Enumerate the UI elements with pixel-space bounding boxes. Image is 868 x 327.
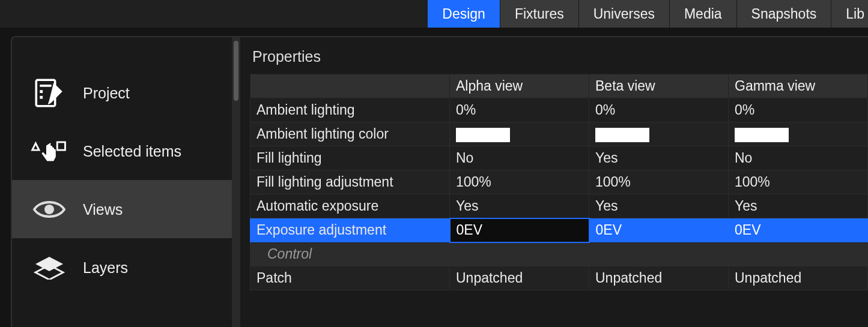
content-area: Properties Alpha viewBeta viewGamma view… <box>240 37 868 327</box>
svg-rect-3 <box>40 96 43 99</box>
color-swatch[interactable] <box>735 128 789 142</box>
sidebar-item-layers[interactable]: Layers <box>12 238 232 296</box>
property-cell[interactable] <box>450 122 589 146</box>
property-cell[interactable]: 0EV <box>589 218 729 242</box>
property-cell[interactable]: Yes <box>729 194 868 218</box>
property-cell[interactable]: No <box>450 146 589 170</box>
property-label: Fill lighting adjustment <box>250 170 450 194</box>
section-title: Properties <box>250 44 868 74</box>
sidebar-wrap: ProjectSelected itemsViewsLayers <box>12 37 240 327</box>
group-label: Control <box>250 242 868 266</box>
property-cell[interactable]: 100% <box>450 170 589 194</box>
tab-bar: DesignFixturesUniversesMediaSnapshotsLib <box>0 0 868 28</box>
property-label: Exposure adjustment <box>250 218 450 242</box>
property-cell[interactable]: 0EV <box>450 218 589 242</box>
scrollbar-thumb[interactable] <box>234 41 238 101</box>
properties-table: Alpha viewBeta viewGamma view Ambient li… <box>250 74 868 290</box>
tab-design[interactable]: Design <box>428 0 500 28</box>
table-header-row: Alpha viewBeta viewGamma view <box>250 74 868 98</box>
svg-rect-2 <box>40 90 43 93</box>
property-cell[interactable]: Unpatched <box>450 266 589 290</box>
sidebar-item-views[interactable]: Views <box>12 180 232 238</box>
col-alpha-view[interactable]: Alpha view <box>450 74 589 98</box>
property-label: Ambient lighting <box>250 98 450 122</box>
project-icon <box>29 74 70 112</box>
sidebar-item-project[interactable]: Project <box>12 61 232 122</box>
main-panel: ProjectSelected itemsViewsLayers Propert… <box>11 36 868 327</box>
selected-items-icon <box>29 132 70 170</box>
tab-lib[interactable]: Lib <box>831 0 868 28</box>
svg-point-6 <box>44 205 54 214</box>
property-cell[interactable]: 100% <box>589 170 729 194</box>
property-cell[interactable]: Unpatched <box>729 266 868 290</box>
layers-icon <box>29 248 70 287</box>
property-cell[interactable]: Unpatched <box>589 266 729 290</box>
col-property[interactable] <box>250 74 450 98</box>
tab-media[interactable]: Media <box>670 0 737 28</box>
sidebar-item-label: Layers <box>83 259 128 277</box>
color-swatch[interactable] <box>595 128 649 142</box>
table-row[interactable]: Automatic exposureYesYesYes <box>250 194 868 218</box>
svg-marker-7 <box>35 257 63 271</box>
table-row[interactable]: Ambient lighting0%0%0% <box>250 98 868 122</box>
sidebar-scrollbar[interactable] <box>232 37 240 327</box>
property-cell[interactable] <box>729 122 868 146</box>
svg-rect-5 <box>57 142 65 150</box>
color-swatch[interactable] <box>456 128 510 142</box>
property-cell[interactable]: 0% <box>450 98 589 122</box>
property-cell[interactable]: Yes <box>450 194 589 218</box>
property-label: Ambient lighting color <box>250 122 450 146</box>
property-label: Fill lighting <box>250 146 450 170</box>
table-row[interactable]: PatchUnpatchedUnpatchedUnpatched <box>250 266 868 290</box>
property-cell[interactable]: 0% <box>729 98 868 122</box>
tab-fixtures[interactable]: Fixtures <box>500 0 579 28</box>
property-cell[interactable]: 100% <box>729 170 868 194</box>
app-root: DesignFixturesUniversesMediaSnapshotsLib… <box>0 0 868 327</box>
property-label: Patch <box>250 266 450 290</box>
property-cell[interactable]: Yes <box>589 194 729 218</box>
table-group-row: Control <box>250 242 868 266</box>
col-beta-view[interactable]: Beta view <box>589 74 729 98</box>
property-cell[interactable]: 0% <box>589 98 729 122</box>
property-cell[interactable]: 0EV <box>729 218 868 242</box>
sidebar-item-label: Views <box>83 201 123 218</box>
sidebar-item-label: Project <box>83 85 130 102</box>
property-label: Automatic exposure <box>250 194 450 218</box>
sidebar-item-selected-items[interactable]: Selected items <box>12 122 232 180</box>
property-cell[interactable] <box>589 122 729 146</box>
views-eye-icon <box>29 190 70 229</box>
table-row[interactable]: Fill lighting adjustment100%100%100% <box>250 170 868 194</box>
tab-universes[interactable]: Universes <box>579 0 670 28</box>
table-row[interactable]: Exposure adjustment0EV0EV0EV <box>250 218 868 242</box>
sidebar-item-label: Selected items <box>83 143 181 160</box>
svg-marker-4 <box>32 143 39 150</box>
table-row[interactable]: Ambient lighting color <box>250 122 868 146</box>
property-cell[interactable]: Yes <box>589 146 729 170</box>
table-row[interactable]: Fill lightingNoYesNo <box>250 146 868 170</box>
tab-snapshots[interactable]: Snapshots <box>737 0 832 28</box>
sidebar: ProjectSelected itemsViewsLayers <box>12 37 232 327</box>
property-cell[interactable]: No <box>729 146 868 170</box>
col-gamma-view[interactable]: Gamma view <box>729 74 868 98</box>
